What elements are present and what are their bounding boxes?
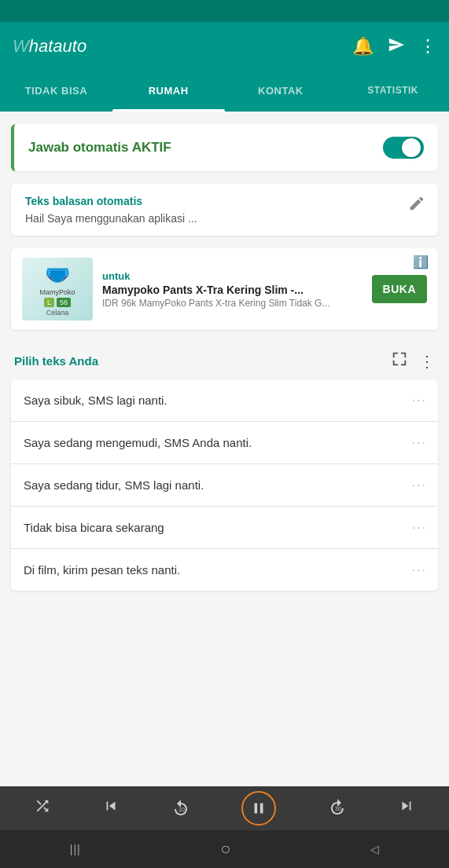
header-icons: 🔔 ⋮: [352, 36, 436, 57]
text-reply-title: Teks balasan otomatis: [25, 195, 424, 207]
text-list: Saya sibuk, SMS lagi nanti. Saya sedang …: [11, 379, 438, 591]
tab-tidak-bisa[interactable]: TIDAK BISA: [0, 71, 112, 110]
more-vert-icon[interactable]: ⋮: [419, 352, 435, 371]
svg-text:10: 10: [178, 807, 185, 812]
bell-icon[interactable]: 🔔: [352, 36, 374, 57]
tab-kontak[interactable]: KONTAK: [225, 71, 337, 110]
forward-icon[interactable]: 30: [328, 798, 347, 819]
system-nav: ||| ○ ◁: [0, 830, 449, 868]
ad-title: Mamypoko Pants X-Tra Kering Slim -...: [102, 284, 363, 296]
ad-card: 🩲 MamyPoko L 56 Celana untuk Mamypoko Pa…: [11, 248, 438, 330]
list-item[interactable]: Tidak bisa bicara sekarang: [11, 507, 438, 549]
text-reply-card: Teks balasan otomatis Hail Saya mengguna…: [11, 184, 438, 236]
tab-rumah[interactable]: RUMAH: [112, 71, 225, 110]
menu-button[interactable]: |||: [70, 843, 81, 855]
expand-icon[interactable]: [391, 350, 408, 372]
shuffle-icon[interactable]: [34, 797, 51, 819]
app-title: Whatauto: [13, 36, 343, 57]
app-header: Whatauto 🔔 ⋮: [0, 22, 449, 71]
select-text-actions: ⋮: [391, 350, 435, 372]
back-arrow-icon[interactable]: ◁: [370, 843, 379, 855]
next-icon[interactable]: [398, 797, 415, 819]
select-text-header: Pilih teks Anda ⋮: [11, 342, 438, 376]
autoreply-label: Jawab otomatis AKTIF: [28, 140, 383, 156]
list-item[interactable]: Saya sedang tidur, SMS lagi nanti.: [11, 464, 438, 507]
toggle-knob: [402, 138, 421, 157]
rewind-icon[interactable]: 10: [171, 799, 190, 818]
ad-image: 🩲 MamyPoko L 56 Celana: [22, 258, 93, 320]
status-bar: [0, 0, 449, 22]
select-text-label: Pilih teks Anda: [14, 354, 391, 368]
ad-info-icon[interactable]: ℹ️: [413, 255, 429, 269]
list-item[interactable]: Saya sedang mengemudi, SMS Anda nanti.: [11, 422, 438, 464]
svg-text:30: 30: [335, 806, 341, 811]
media-bar: 10 30: [0, 786, 449, 830]
autoreply-row: Jawab otomatis AKTIF: [11, 124, 438, 171]
text-reply-body: Hail Saya menggunakan aplikasi ...: [25, 212, 424, 225]
ad-desc: IDR 96k MamyPoko Pants X-tra Kering Slim…: [102, 298, 363, 309]
autoreply-toggle[interactable]: [383, 137, 424, 159]
ad-info: untuk Mamypoko Pants X-Tra Kering Slim -…: [102, 270, 363, 309]
home-button[interactable]: ○: [220, 839, 230, 859]
list-item[interactable]: Di film, kirim pesan teks nanti.: [11, 549, 438, 591]
ad-buka-button[interactable]: BUKA: [372, 275, 427, 303]
nav-tabs: TIDAK BISA RUMAH KONTAK STATISTIK: [0, 71, 449, 112]
main-content: Jawab otomatis AKTIF Teks balasan otomat…: [0, 112, 449, 786]
tab-statistik[interactable]: STATISTIK: [337, 71, 449, 110]
w-icon: Whatauto: [13, 36, 86, 57]
ad-untuk: untuk: [102, 270, 363, 282]
prev-icon[interactable]: [102, 797, 120, 819]
more-icon[interactable]: ⋮: [419, 36, 436, 57]
list-item[interactable]: Saya sibuk, SMS lagi nanti.: [11, 379, 438, 422]
edit-icon[interactable]: [408, 195, 425, 216]
pause-button[interactable]: [241, 791, 276, 826]
send-icon[interactable]: [388, 36, 405, 57]
